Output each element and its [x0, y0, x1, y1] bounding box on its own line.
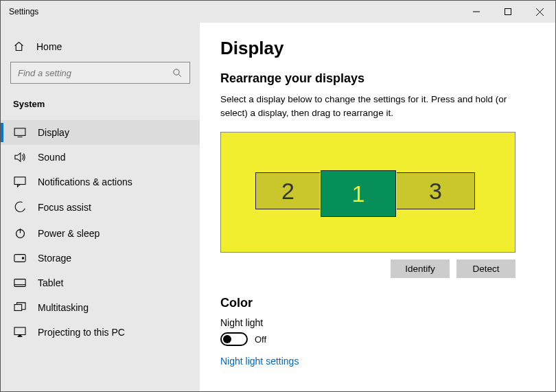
power-icon — [13, 227, 27, 239]
nav-label: Multitasking — [38, 302, 89, 313]
nav-focus-assist[interactable]: Focus assist — [1, 194, 200, 220]
focus-assist-icon — [13, 201, 27, 214]
nav-label: Sound — [38, 152, 65, 163]
tablet-icon — [13, 278, 27, 288]
close-button[interactable] — [524, 1, 555, 23]
monitor-2[interactable]: 2 — [255, 172, 320, 209]
monitor-3[interactable]: 3 — [397, 172, 475, 209]
maximize-button[interactable] — [492, 1, 524, 23]
home-label: Home — [36, 41, 62, 52]
svg-rect-6 — [14, 128, 25, 136]
nav-multitasking[interactable]: Multitasking — [1, 295, 200, 320]
search-input[interactable] — [18, 68, 172, 78]
storage-icon — [13, 253, 27, 263]
night-light-settings-link[interactable]: Night light settings — [220, 356, 299, 367]
notifications-icon — [13, 176, 27, 187]
rearrange-heading: Rearrange your displays — [220, 71, 535, 86]
home-icon — [13, 41, 27, 52]
nav-label: Display — [38, 127, 69, 138]
minimize-button[interactable] — [461, 1, 492, 23]
svg-point-12 — [22, 257, 23, 259]
nav-label: Focus assist — [38, 202, 91, 213]
svg-rect-15 — [14, 305, 22, 311]
night-light-state: Off — [255, 334, 266, 345]
nav-sound[interactable]: Sound — [1, 145, 200, 170]
display-icon — [13, 128, 27, 137]
svg-rect-1 — [505, 9, 511, 15]
multitasking-icon — [13, 302, 27, 313]
night-light-label: Night light — [220, 317, 535, 328]
main-panel: Display Rearrange your displays Select a… — [200, 23, 555, 391]
search-icon — [172, 68, 183, 78]
detect-button[interactable]: Detect — [456, 260, 516, 278]
nav-label: Storage — [38, 253, 71, 264]
svg-line-5 — [178, 74, 181, 76]
window-title: Settings — [9, 7, 38, 16]
arrangement-buttons: Identify Detect — [220, 260, 516, 278]
night-light-toggle[interactable] — [220, 332, 248, 346]
window-controls — [461, 1, 555, 23]
title-bar: Settings — [1, 1, 555, 23]
svg-point-4 — [174, 69, 179, 74]
search-box[interactable] — [10, 62, 190, 84]
nav-notifications[interactable]: Notifications & actions — [1, 170, 200, 194]
monitor-1[interactable]: 1 — [321, 170, 396, 217]
color-heading: Color — [220, 296, 535, 310]
nav-list: Display Sound Notifications & actions Fo… — [1, 120, 200, 345]
identify-button[interactable]: Identify — [391, 260, 450, 278]
page-title: Display — [220, 38, 535, 59]
nav-label: Notifications & actions — [38, 176, 132, 187]
projecting-icon — [13, 327, 27, 338]
nav-tablet[interactable]: Tablet — [1, 270, 200, 295]
svg-rect-13 — [14, 279, 25, 287]
nav-projecting[interactable]: Projecting to this PC — [1, 320, 200, 345]
svg-rect-8 — [14, 177, 25, 185]
sidebar-section-label: System — [1, 92, 200, 113]
nav-label: Power & sleep — [38, 228, 100, 239]
sound-icon — [13, 152, 27, 163]
display-arrangement-canvas[interactable]: 2 3 1 — [220, 132, 516, 253]
home-link[interactable]: Home — [1, 35, 200, 62]
sidebar: Home System Display Sound — [1, 23, 200, 391]
nav-display[interactable]: Display — [1, 120, 200, 145]
svg-rect-16 — [14, 327, 25, 335]
nav-label: Projecting to this PC — [38, 327, 125, 338]
nav-label: Tablet — [38, 277, 63, 288]
nav-storage[interactable]: Storage — [1, 246, 200, 270]
nav-power-sleep[interactable]: Power & sleep — [1, 220, 200, 246]
rearrange-help: Select a display below to change the set… — [220, 93, 516, 119]
